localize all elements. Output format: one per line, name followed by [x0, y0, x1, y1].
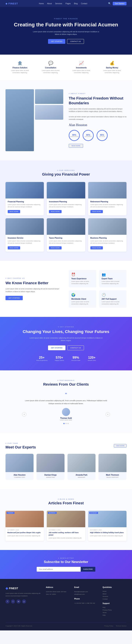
why-card-title-3: 24/7 Full Support	[102, 298, 124, 300]
investments-icon: 📈	[69, 61, 94, 66]
service-card-0: Financial Planning Lorem ipsum dolor sit…	[6, 182, 44, 215]
team-role-2: MANAGER	[69, 476, 94, 478]
nav-home[interactable]: Home	[39, 2, 44, 4]
feature-item-1: 💬 Consultation Lorem ipsum dolor sit ame…	[36, 59, 65, 76]
hero-contact-button[interactable]: CONTACT US	[67, 39, 84, 44]
service-btn-1[interactable]: READ MORE	[49, 210, 62, 213]
author-name: Thomas Gold	[60, 417, 72, 419]
about-readmore-button[interactable]: READ MORE	[69, 144, 83, 148]
blog-post-title-2[interactable]: High inflation is hitting holiday travel…	[90, 532, 125, 534]
team-label: # OUR TEAM	[6, 442, 36, 444]
hero-get-started-button[interactable]: GET STARTED	[48, 39, 65, 44]
blog-card-2: ECONOMY OCTOBER 7, 2022 High inflation i…	[88, 511, 126, 541]
footer-logo-icon: ◈	[6, 586, 8, 590]
nav-pages[interactable]: Pages	[66, 2, 70, 4]
hero-description: Lorem ipsum dolor sit amet consectetur a…	[31, 30, 101, 36]
footer-link-services[interactable]: Services	[102, 596, 126, 597]
service-btn-4[interactable]: READ MORE	[49, 246, 62, 250]
nav-logo: ◈ FINEST	[6, 2, 18, 5]
social-facebook-button[interactable]: f	[6, 600, 10, 604]
nav-contact[interactable]: Contact	[81, 2, 87, 4]
footer-address-col: Address 1234 Elm Street Suite 100 New Yo…	[46, 586, 70, 617]
team-info-3: Mark Thomson SALES SUPPORT	[98, 472, 126, 480]
blog-date-1: OCTOBER 7, 2022	[48, 529, 83, 531]
service-card-5: Business Planning Lorem ipsum dolor sit …	[88, 218, 126, 252]
footer-link-home[interactable]: Home	[102, 590, 126, 592]
footer-link-about[interactable]: About	[102, 593, 126, 595]
blog-post-title-0[interactable]: Mastercard just pushes deeper into crypt…	[7, 532, 42, 534]
cta-stat-num-2: 99%	[71, 356, 80, 360]
why-card-2: 🌍 Worldwide Client Lorem ipsum dolor sit…	[69, 290, 96, 308]
why-card-desc-0: Lorem ipsum dolor sit amet consectetur a…	[71, 280, 94, 285]
cta-stat-lbl-3: Awards Won	[88, 360, 96, 361]
blog-post-title-1[interactable]: Job market cooling, workers still have p…	[48, 532, 83, 536]
nav-about[interactable]: About	[47, 2, 52, 4]
testimonial-prev-button[interactable]: ‹	[22, 412, 26, 416]
team-info-0: Alan Houston COMPANY CEO	[6, 472, 34, 480]
social-youtube-button[interactable]: y	[22, 600, 26, 604]
dot-1[interactable]	[64, 423, 64, 424]
why-card-title-0: Years Experience	[71, 278, 94, 280]
nav-blog[interactable]: Blog	[74, 2, 78, 4]
cta-get-started-button[interactable]: GET STARTED	[48, 346, 66, 350]
dot-3[interactable]	[68, 423, 68, 424]
stat-solution: 85% SOLUTION	[96, 130, 108, 141]
footer-support-faq[interactable]: FAQ	[102, 606, 126, 608]
why-left: # WHY CHOOSE US We Know Finance Better L…	[6, 278, 63, 300]
testimonial-next-button[interactable]: ›	[106, 412, 110, 416]
footer-link-contact[interactable]: Contact	[102, 598, 126, 600]
service-btn-0[interactable]: READ MORE	[8, 210, 20, 213]
team-section: # OUR TEAM Meet Our Experts VIEW MORE Al…	[0, 433, 132, 489]
consultation-icon: 💬	[38, 61, 64, 66]
social-linkedin-button[interactable]: in	[16, 600, 20, 604]
testimonial-quote: Lorem ipsum dolor sit amet consectetur a…	[22, 399, 110, 405]
team-header: # OUR TEAM Meet Our Experts VIEW MORE	[6, 442, 126, 449]
service-desc-3: Lorem ipsum dolor sit amet consectetur a…	[8, 240, 42, 244]
team-name-3: Mark Thomson	[100, 474, 125, 476]
quote-icon: "	[22, 392, 110, 398]
newsletter-email-input[interactable]	[37, 567, 81, 572]
blog-card-1: BUSINESS OCTOBER 7, 2022 Job market cool…	[47, 511, 85, 541]
footer-support-terms[interactable]: Terms	[102, 612, 126, 614]
cta-stat-num-0: 25+	[36, 356, 48, 360]
author-avatar	[62, 408, 70, 416]
team-header-text: # OUR TEAM Meet Our Experts	[6, 442, 36, 449]
feature-desc-3: Lorem ipsum dolor sit amet consectetur a…	[100, 70, 125, 74]
footer-support-help[interactable]: Help	[102, 614, 126, 616]
stat-consultation: 90% CONSULTATION	[69, 130, 80, 141]
about-text-1: Lorem ipsum dolor sit amet consectetur a…	[69, 108, 126, 113]
cta-contact-button[interactable]: CONTACT US	[67, 346, 84, 350]
blog-body-0: OCTOBER 7, 2022 Mastercard just pushes d…	[6, 527, 44, 538]
why-card-desc-2: Lorem ipsum dolor sit amet consectetur a…	[71, 301, 94, 305]
footer-privacy-link[interactable]: Privacy Policy	[104, 625, 113, 627]
newsletter-subscribe-button[interactable]: SUBSCRIBE	[81, 567, 95, 572]
cta-stat-0: 25+ Years Experience	[36, 356, 48, 361]
newsletter-title: Subscribe to Our Newsletter	[15, 560, 117, 564]
team-view-more-button[interactable]: VIEW MORE	[114, 444, 126, 448]
footer-phone-text: +1 234 567 890 +1 098 765 432	[74, 602, 98, 604]
cta-stat-lbl-1: Happy Clients	[55, 360, 64, 361]
team-card-1: Damian Kings MARKETING	[36, 454, 64, 480]
service-title-0: Financial Planning	[8, 201, 42, 203]
footer-support-title: Support	[102, 602, 126, 604]
nav-services[interactable]: Services	[55, 2, 62, 4]
get-started-button[interactable]: Get Started	[113, 2, 126, 5]
testimonials-label: # TESTIMONIALS	[6, 380, 126, 381]
feature-title-3: Saving Money	[100, 67, 125, 69]
service-btn-3[interactable]: READ MORE	[8, 246, 20, 250]
service-title-1: Investment Planning	[49, 201, 83, 203]
footer-terms-link[interactable]: Terms & Service	[116, 625, 126, 627]
dot-2[interactable]	[66, 423, 66, 424]
why-get-started-button[interactable]: GET STARTED	[6, 296, 23, 300]
why-card-title-2: Worldwide Client	[71, 298, 94, 300]
feature-item-0: 🏦 Finance Solution Lorem ipsum dolor sit…	[6, 59, 34, 76]
social-twitter-button[interactable]: t	[11, 600, 15, 604]
search-icon[interactable]: 🔍	[108, 2, 111, 5]
footer-email-title: Email	[74, 586, 98, 588]
service-btn-5[interactable]: READ MORE	[90, 246, 103, 250]
footer-support-privacy[interactable]: Privacy Policy	[102, 609, 126, 611]
blog-image-1: BUSINESS	[47, 511, 85, 527]
feature-desc-1: Lorem ipsum dolor sit amet consectetur a…	[38, 70, 64, 74]
about-images	[6, 89, 63, 151]
service-btn-2[interactable]: READ MORE	[90, 210, 103, 213]
